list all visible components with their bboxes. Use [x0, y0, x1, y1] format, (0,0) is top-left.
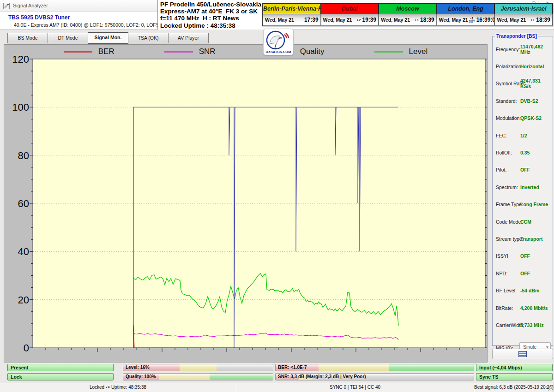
transponder-row-label: Pilot: [496, 167, 506, 172]
meter-label: SNR: 3,3 dB (Margin: 2,3 dB | Very Poor) [278, 374, 366, 379]
transponder-row-label: RF Level: [496, 288, 517, 293]
clock-utc-offset: -1DST [468, 17, 476, 23]
transponder-row-value: OFF [520, 271, 530, 276]
meter-fill-segment [319, 364, 389, 371]
window-title: Signal Analyzer [13, 3, 48, 8]
transponder-row-label: Standard: [496, 98, 517, 104]
tab-av-player[interactable]: AV Player [168, 33, 209, 43]
tab-dt-mode[interactable]: DT Mode [48, 33, 88, 43]
meter-fill-segment [180, 364, 217, 371]
resize-grip[interactable] [548, 386, 554, 392]
clock-date: Wed, May 21 [497, 17, 526, 23]
transponder-row: ISSYI OFF [493, 248, 553, 265]
level-meter: Level: 16% [123, 364, 273, 371]
record-button[interactable] [492, 349, 553, 359]
legend-swatch [374, 51, 403, 53]
transponder-row: Frequency: 11470,462 MHz [493, 41, 553, 58]
tuner-name: TBS 5925 DVBS2 Tuner [8, 14, 70, 21]
signal-chart [4, 45, 487, 362]
transponder-row-value: 4,200 Mbit/s [520, 305, 548, 311]
meter-label: Quality: 100% [126, 374, 156, 379]
clock-city: London, Eng [437, 3, 495, 14]
meter-fill-segment [159, 374, 210, 380]
clock-date: Wed, May 21 [265, 17, 294, 23]
tab-bs-mode[interactable]: BS Mode [7, 33, 48, 43]
clock-time: 18:39 [420, 17, 434, 23]
y-axis-label: 20 [8, 294, 29, 306]
clock: Dubai Wed, May 21 +2 19:39 [321, 3, 379, 26]
transponder-row-label: Frequency: [496, 47, 520, 52]
legend-label: SNR [199, 47, 216, 56]
transponder-groupbox: Transponder [BS] Frequency: 11470,462 MH… [492, 36, 553, 346]
transponder-row-value: 5,733 MHz [520, 322, 544, 328]
transponder-row: Standard: DVB-S2 [493, 92, 553, 109]
clock-city: Moscow [379, 3, 437, 14]
transponder-row-label: Polarization: [496, 64, 523, 69]
clock-utc-offset: +1 [414, 18, 420, 22]
transponder-row: RF Level: -54 dBm [493, 282, 553, 299]
disk-icon [518, 351, 527, 357]
clock-date: Wed, May 21 [323, 17, 352, 23]
transponder-title: Transponder [BS] [495, 33, 538, 39]
transponder-row-value: Inverted [520, 184, 539, 190]
clock-time-row: Wed, May 21 +1 18:39 [494, 14, 553, 26]
legend-label: BER [98, 47, 114, 56]
input-indicator: Input (~4,04 Mbps) [476, 364, 553, 371]
transponder-row-value: CCM [520, 219, 531, 225]
transponder-row-label: Frame Type: [496, 202, 523, 207]
clock: Moscow Wed, May 21 +1 18:39 [379, 3, 437, 26]
chart-legend: BER SNR Quality Level [4, 47, 487, 56]
world-clocks: Berlin-Paris-Vienna-Roma Wed, May 21 17:… [262, 3, 553, 26]
transponder-row-value: DVB-S2 [520, 98, 538, 104]
clock-time: 18:39 [536, 17, 550, 23]
clock: Jerusalem-Israel Wed, May 21 +1 18:39 [494, 3, 553, 26]
sync-ts-indicator: Sync TS [476, 373, 553, 380]
logo-text: DXSATCS.COM [266, 50, 291, 54]
status-cell: Locked -> Uptime: 48:35:38 [0, 383, 236, 392]
transponder-row: NPD: OFF [493, 265, 553, 282]
mode-tabs: BS ModeDT ModeSignal Mon.TSA (OK)AV Play… [7, 33, 208, 44]
transponder-row-value: 1/2 [520, 133, 527, 138]
transponder-row-label: FEC: [496, 133, 507, 138]
transponder-row-label: BitRate: [496, 305, 513, 311]
header-line: PF Prodelin 450/Lučenec-Slovakia [160, 1, 265, 8]
snr-meter: SNR: 3,3 dB (Margin: 2,3 dB | Very Poor) [275, 373, 474, 380]
clock: London, Eng Wed, May 21 -1DST 16:39:06 [437, 3, 495, 26]
tab-tsa-ok-[interactable]: TSA (OK) [128, 33, 169, 43]
transponder-row: Pilot: OFF [493, 161, 553, 178]
transponder-row-value: Long Frame [520, 202, 548, 207]
ber-meter: BER: <1.0E-7 [275, 364, 474, 371]
transponder-row: CarrierWidth: 5,733 MHz [493, 316, 553, 333]
reception-header: PF Prodelin 450/Lučenec-SlovakiaExpress-… [157, 0, 265, 30]
transponder-row-value: 11470,462 MHz [520, 44, 553, 55]
header-line: Express-AM7 at 40°E_FK 3 or SK [160, 8, 265, 15]
clock-date: Wed, May 21 [439, 17, 468, 23]
transponder-row: RollOff: 0.35 [493, 144, 553, 161]
signal-analyzer-window: Signal Analyzer ─▢✕ TBS 5925 DVBS2 Tuner… [0, 0, 554, 392]
clock-time-row: Wed, May 21 +2 19:39 [321, 14, 379, 26]
transponder-row-label: ISSYI [496, 253, 508, 259]
legend-item: Level [374, 47, 428, 56]
transponder-row-value: Horizontal [520, 64, 544, 69]
clock-time: 19:39 [362, 17, 376, 23]
meter-label: BER: <1.0E-7 [278, 365, 307, 370]
clock-utc-offset: +2 [355, 18, 361, 22]
clock-time-row: Wed, May 21 17:39 [263, 14, 321, 26]
transponder-row-label: NPD: [496, 271, 507, 276]
signal-chart-panel: BER SNR Quality Level 120100806040200 [4, 44, 488, 362]
transponder-row: Spectrum: Inverted [493, 178, 553, 196]
legend-item: BER [64, 47, 114, 56]
tab-signal-mon-[interactable]: Signal Mon. [88, 32, 128, 44]
clock-city: Jerusalem-Israel [494, 3, 553, 14]
transponder-row-label: RollOff: [496, 150, 512, 155]
header-line: Locked Uptime : 48:35:38 [160, 22, 265, 29]
app-icon [3, 3, 10, 9]
clock-city: Dubai [321, 3, 379, 14]
transponder-row: BitRate: 4,200 Mbit/s [493, 299, 553, 316]
legend-item: SNR [164, 47, 216, 56]
status-cell: SYNC 0 | TEI 54 | CC 40 [236, 383, 474, 392]
present-indicator: Present [7, 364, 114, 371]
legend-label: Quality [300, 47, 325, 56]
tuner-details: 40.0E - Express AM7 (ID: 0400) @ LOF1: 9… [14, 22, 169, 28]
dxsatcs-logo: DXSATCS.COM [263, 29, 294, 55]
